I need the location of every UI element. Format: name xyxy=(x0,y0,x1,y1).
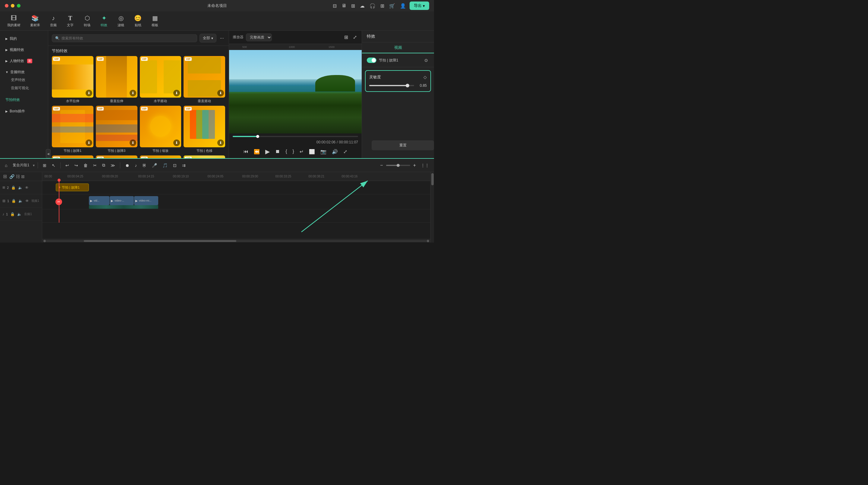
progress-thumb[interactable] xyxy=(256,135,259,138)
icon-btn-4[interactable]: ☁ xyxy=(359,2,366,10)
v-scroll-thumb[interactable] xyxy=(431,173,434,185)
download-icon[interactable]: ⬇ xyxy=(130,90,136,96)
fullscreen-ctrl-button[interactable]: ⤢ xyxy=(342,148,348,156)
icon-btn-1[interactable]: ⊟ xyxy=(332,2,338,10)
eye-btn-v[interactable]: 👁 xyxy=(25,198,30,204)
tool-audio[interactable]: ♪ 音频 xyxy=(45,13,61,29)
sidebar-item-audio-viz[interactable]: 音频可视化 xyxy=(4,84,44,92)
filter-all-button[interactable]: 全部 ▾ xyxy=(199,34,216,42)
stop-button[interactable]: ⏹ xyxy=(274,148,281,156)
icon-btn-5[interactable]: 🎧 xyxy=(368,2,377,10)
zoom-in-button[interactable]: + xyxy=(411,161,418,169)
effect-h-stretch[interactable]: VIP ⬇ 水平拉伸 xyxy=(52,56,93,103)
shield-button[interactable]: ⛨ xyxy=(141,162,148,169)
cut-button[interactable]: ✂ xyxy=(91,162,98,169)
zoom-thumb[interactable] xyxy=(397,164,400,167)
subtitle-button[interactable]: ⊡ xyxy=(171,162,179,169)
sidebar-section-beat[interactable]: 节拍特效 xyxy=(4,96,44,104)
zoom-slider[interactable] xyxy=(386,165,410,166)
tool-my-assets[interactable]: 🎞 我的素材 xyxy=(3,13,25,29)
add-track-btn[interactable]: ⊞ xyxy=(2,173,7,180)
video-clip-1[interactable]: ▶ vid... xyxy=(89,196,110,205)
sidebar-section-character[interactable]: ▶ 人物特效 新 xyxy=(4,57,44,65)
effect-v-shake[interactable]: VIP ⬇ 垂直摇动 xyxy=(184,56,225,103)
quality-select[interactable]: 完整画质 xyxy=(246,33,272,41)
timeline-dropdown-icon[interactable]: ▾ xyxy=(33,163,35,167)
sensitivity-slider[interactable] xyxy=(369,85,414,86)
download-icon[interactable]: ⬇ xyxy=(173,90,180,96)
tool-transition[interactable]: ⬡ 转场 xyxy=(79,13,95,29)
lock-btn-v[interactable]: 🔒 xyxy=(11,198,17,204)
volume-track-btn-v[interactable]: 🔈 xyxy=(18,198,24,204)
sidebar-collapse-btn[interactable]: ◀ xyxy=(46,149,48,158)
tool-sticker[interactable]: 😊 贴纸 xyxy=(130,13,146,29)
tab-video[interactable]: 视频 xyxy=(362,42,434,53)
screen-button[interactable]: ⬜ xyxy=(308,148,316,156)
slider-thumb[interactable] xyxy=(406,84,409,87)
tool-effects[interactable]: ✦ 特效 xyxy=(96,13,112,29)
scrollbar-thumb[interactable] xyxy=(84,240,236,242)
icon-btn-7[interactable]: 🛒 xyxy=(388,2,396,10)
scrollbar-track[interactable] xyxy=(46,240,427,242)
volume-button[interactable]: 🔊 xyxy=(331,148,339,156)
effect-beat-zoom[interactable]: VIP ⬇ 节拍 | 缩放 xyxy=(140,106,181,153)
grid-layout-button[interactable]: ⋮⋮ xyxy=(419,162,431,169)
mark-in-button[interactable]: { xyxy=(284,148,288,156)
more-options-button[interactable]: ··· xyxy=(219,34,225,42)
icon-btn-6[interactable]: ⊞ xyxy=(379,2,385,10)
frame-back-button[interactable]: ⏪ xyxy=(253,148,261,156)
copy-button[interactable]: ⧉ xyxy=(100,161,107,169)
effect-beat-vibro2[interactable]: VIP ⬇ 节拍 | 振动模糊2 xyxy=(52,156,93,158)
insert-button[interactable]: ↵ xyxy=(299,148,305,156)
effect-settings-icon[interactable]: ⊙ xyxy=(423,57,429,64)
effect-v-stretch[interactable]: VIP ⬇ 垂直拉伸 xyxy=(96,56,137,103)
timeline-home-button[interactable]: ⌂ xyxy=(3,162,9,169)
mic-button[interactable]: 🎤 xyxy=(150,162,159,169)
reset-button[interactable]: 重置 xyxy=(372,140,434,150)
mark-out-button[interactable]: } xyxy=(291,148,296,156)
progress-bar[interactable] xyxy=(233,136,358,137)
video-clip-2[interactable]: ▶ video-... xyxy=(110,196,134,205)
effect-toggle[interactable] xyxy=(367,58,376,63)
download-icon[interactable]: ⬇ xyxy=(130,139,136,146)
video-clip-3[interactable]: ▶ video-mi... xyxy=(134,196,158,205)
export-button[interactable]: 导出 ▾ xyxy=(410,1,429,10)
effect-beat-twist[interactable]: VIP ⬇ 节拍 | 扭曲 xyxy=(140,156,181,158)
tool-template[interactable]: ▦ 模板 xyxy=(147,13,163,29)
sensitivity-icon[interactable]: ◇ xyxy=(424,75,427,79)
effect-beat-glitch1[interactable]: VIP ⬇ 节拍 | 故障1 xyxy=(52,106,93,153)
snapshot-button[interactable]: 📷 xyxy=(319,148,328,156)
effect-clip[interactable]: + 节拍 | 故障1 xyxy=(56,184,89,191)
download-icon[interactable]: ⬇ xyxy=(217,90,224,96)
fullscreen-button[interactable]: ⤢ xyxy=(352,33,358,41)
tool-filter[interactable]: ◎ 滤镜 xyxy=(113,13,129,29)
sidebar-item-voice-change[interactable]: 变声特效 xyxy=(4,76,44,84)
maximize-button[interactable] xyxy=(17,4,21,7)
effect-beat-vibro[interactable]: VIP ⬇ 节拍 | 振动模糊 xyxy=(96,156,137,158)
beat-button[interactable]: ♪ xyxy=(133,162,138,169)
minimize-button[interactable] xyxy=(11,4,14,7)
download-icon[interactable]: ⬇ xyxy=(86,90,92,96)
icon-btn-2[interactable]: 🖥 xyxy=(340,2,347,10)
effect-h-shake[interactable]: VIP ⬇ 水平摇动 xyxy=(140,56,181,103)
zoom-out-button[interactable]: − xyxy=(378,161,384,169)
tool-library[interactable]: 📚 素材库 xyxy=(26,13,44,29)
scroll-left-btn[interactable] xyxy=(43,240,46,242)
sidebar-section-my[interactable]: ▶ 我的 xyxy=(4,35,44,42)
delete-button[interactable]: 🗑 xyxy=(82,162,90,169)
lock-btn[interactable]: 🔒 xyxy=(10,185,16,190)
vertical-scrollbar[interactable] xyxy=(430,172,434,243)
effect-beat-chroma[interactable]: VIP ⬇ 节拍 | 色移 xyxy=(184,106,225,153)
sidebar-section-boris[interactable]: ▶ Boris插件 xyxy=(4,107,44,115)
effect-beat-glitch3[interactable]: VIP ⬇ 节拍 | 故障3 xyxy=(96,106,137,153)
grid-view-button[interactable]: ⊞ xyxy=(343,33,349,41)
icon-btn-8[interactable]: 👤 xyxy=(399,2,407,10)
volume-track-btn[interactable]: 🔈 xyxy=(18,185,23,190)
cursor-button[interactable]: ↖ xyxy=(50,162,57,169)
link-btn[interactable]: 🔗 xyxy=(9,173,15,180)
redo-button[interactable]: ↪ xyxy=(73,162,80,169)
record-button[interactable]: ⏺ xyxy=(123,162,131,169)
scroll-right-btn[interactable] xyxy=(427,240,429,242)
eye-btn[interactable]: 👁 xyxy=(24,185,29,190)
skip-back-button[interactable]: ⏮ xyxy=(242,148,250,156)
